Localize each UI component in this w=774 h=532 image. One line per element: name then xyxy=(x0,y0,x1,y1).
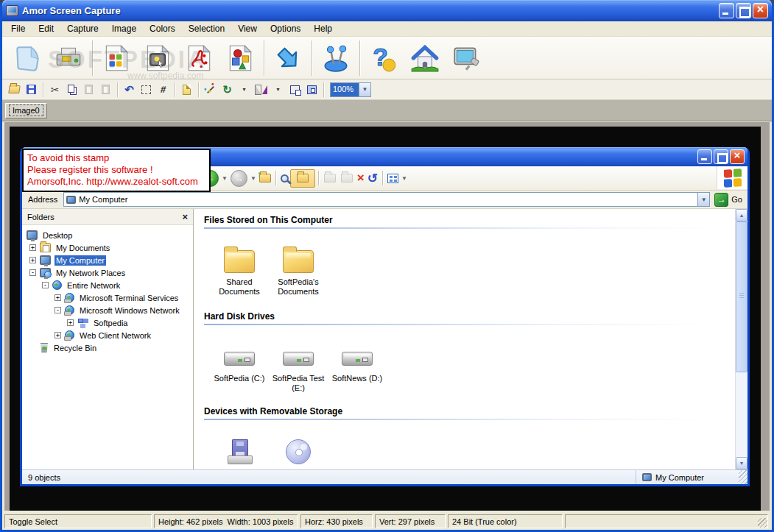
file-item-icon xyxy=(342,352,373,366)
save-icon[interactable] xyxy=(23,82,40,98)
tree-item-label: My Network Places xyxy=(54,268,127,278)
folders-toggle-icon xyxy=(290,169,315,188)
tree-item-label: Desktop xyxy=(41,230,74,241)
file-shelf: Files Stored on This Computer Shared Doc… xyxy=(194,209,735,469)
edit-toolbar: ✂ ↶ # ↻ ▾ ▾ 100% ▼ xyxy=(2,79,772,100)
export-bmp-icon[interactable] xyxy=(96,39,137,77)
tree-item: + Web Client Network xyxy=(22,329,193,341)
export-ico-icon[interactable] xyxy=(219,39,261,77)
tree-item: + Softpedia xyxy=(22,316,193,329)
send-arrow-icon[interactable] xyxy=(267,39,309,77)
views-menu-icon: ▼ xyxy=(400,175,409,182)
rotate-icon[interactable]: ↻ xyxy=(219,82,236,98)
section-title: Hard Disk Drives xyxy=(204,311,735,322)
address-dropdown-icon: ▼ xyxy=(697,193,709,206)
tree-item-label: Recycle Bin xyxy=(52,343,98,353)
object-count: 9 objects xyxy=(22,473,636,482)
section-rule xyxy=(204,324,714,325)
capture-new-icon[interactable] xyxy=(7,39,48,77)
crop-icon[interactable]: # xyxy=(155,82,172,98)
help-icon[interactable]: ? xyxy=(363,39,404,77)
status-size: Height: 462 pixels Width: 1003 pixels xyxy=(154,514,298,528)
tree-item-icon xyxy=(52,280,62,290)
select-icon[interactable] xyxy=(138,82,155,98)
screen-capture-icon[interactable] xyxy=(446,39,487,77)
tree-item: - Entire Network xyxy=(22,279,193,291)
image-size-icon[interactable] xyxy=(303,82,320,98)
address-combo: My Computer ▼ xyxy=(63,192,710,207)
toolbar-separator xyxy=(359,40,360,76)
export-pdf-icon[interactable] xyxy=(178,39,219,77)
flip-menu-icon[interactable]: ▾ xyxy=(270,82,286,98)
stamp-line: Please register this software ! xyxy=(27,164,205,176)
minimize-button[interactable] xyxy=(719,3,734,18)
open-icon[interactable] xyxy=(6,82,23,98)
menu-item[interactable]: Selection xyxy=(182,22,231,35)
menu-item[interactable]: Capture xyxy=(60,22,105,35)
toolbar-separator xyxy=(264,40,264,76)
captured-image[interactable]: ← ▼ → ▼ ↑ × ↺ ▼ xyxy=(10,127,761,511)
toolbar-separator xyxy=(175,82,175,97)
tree-toggle: - xyxy=(29,269,36,276)
section-drives: Hard Disk Drives SoftPedia (C:) SoftPedi… xyxy=(204,311,735,393)
menu-item[interactable]: File xyxy=(4,22,32,35)
rotate-menu-icon[interactable]: ▾ xyxy=(236,82,253,98)
home-icon[interactable] xyxy=(404,39,446,77)
canvas-size-icon[interactable] xyxy=(286,82,303,98)
file-item: SoftPedia Test (E:) xyxy=(269,337,328,393)
tree-item: + My Computer xyxy=(22,254,193,266)
app-statusbar: Toggle Select Height: 462 pixels Width: … xyxy=(4,513,770,530)
page-icon[interactable] xyxy=(178,82,195,98)
explorer-content: Folders × Desktop + My Documents + My Co… xyxy=(22,209,747,469)
pushpin-icon[interactable] xyxy=(315,39,356,77)
menu-item[interactable]: Help xyxy=(307,22,339,35)
status-location-label: My Computer xyxy=(655,473,704,482)
explorer-resize-grip xyxy=(739,470,747,484)
tree-item-icon xyxy=(40,255,51,265)
maximize-button[interactable] xyxy=(736,3,751,18)
cut-icon[interactable]: ✂ xyxy=(46,82,63,98)
stamp-line: To avoid this stamp xyxy=(27,152,205,164)
undo-icon[interactable]: ↶ xyxy=(121,82,138,98)
scroll-track xyxy=(736,221,747,457)
section-files: Files Stored on This Computer Shared Doc… xyxy=(204,215,735,297)
move-to-icon xyxy=(322,169,339,188)
zoom-value: 100% xyxy=(331,83,359,96)
menu-item[interactable]: Options xyxy=(264,22,307,35)
editor-canvas[interactable]: ← ▼ → ▼ ↑ × ↺ ▼ xyxy=(4,122,770,511)
file-item-icon xyxy=(286,439,311,464)
toolbar-separator xyxy=(117,82,118,97)
views-icon xyxy=(386,169,400,188)
status-horz: Horz: 430 pixels xyxy=(300,514,373,528)
tree-item-label: Softpedia xyxy=(92,318,129,328)
menu-item[interactable]: Image xyxy=(105,22,143,35)
tree-item-label: Microsoft Terminal Services xyxy=(78,293,180,303)
tree-toggle: + xyxy=(29,244,36,251)
toolbar-separator xyxy=(323,82,324,97)
copy-icon[interactable] xyxy=(63,82,80,98)
file-item: 3½ Floppy (A:) xyxy=(210,432,269,469)
paste-icon xyxy=(80,82,97,98)
explorer-close-button xyxy=(730,149,745,164)
registration-stamp: To avoid this stamp Please register this… xyxy=(22,149,211,192)
menu-item[interactable]: View xyxy=(231,22,264,35)
export-capture-icon[interactable] xyxy=(137,39,178,77)
zoom-dropdown-icon[interactable]: ▼ xyxy=(359,83,370,96)
toolbar-separator xyxy=(382,171,383,185)
print-icon[interactable] xyxy=(48,39,89,77)
forward-icon: → xyxy=(229,169,249,188)
tab-bar: Image0 xyxy=(2,100,772,121)
app-titlebar[interactable]: Amor Screen Capture xyxy=(2,0,772,21)
zoom-combo[interactable]: 100% ▼ xyxy=(330,82,371,97)
tab-image0[interactable]: Image0 xyxy=(5,103,47,118)
color-picker-icon[interactable] xyxy=(202,82,219,98)
flip-icon[interactable] xyxy=(253,82,270,98)
tree-item: + Microsoft Terminal Services xyxy=(22,291,193,304)
file-item-icon xyxy=(283,352,314,366)
app-resize-grip[interactable] xyxy=(758,518,767,528)
menu-item[interactable]: Edit xyxy=(32,22,60,35)
menu-item[interactable]: Colors xyxy=(143,22,182,35)
section-removable: Devices with Removable Storage 3½ Floppy… xyxy=(204,406,735,469)
close-button[interactable] xyxy=(753,3,768,18)
status-hint: Toggle Select xyxy=(4,514,152,528)
